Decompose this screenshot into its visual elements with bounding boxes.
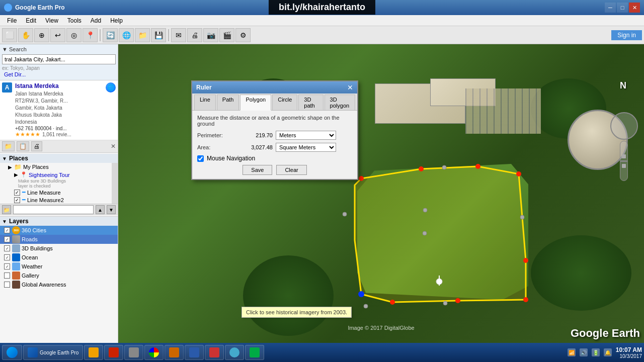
search-section: ▼ Search ex: Tokyo, Japan Get Dir... — [0, 44, 118, 80]
result-title[interactable]: Istana Merdeka — [15, 82, 103, 89]
zoom-slider[interactable] — [620, 141, 628, 181]
menu-help[interactable]: Help — [106, 16, 127, 25]
panel-print-btn[interactable]: 🖨 — [31, 141, 42, 151]
toolbar-btn-11[interactable]: ✉ — [171, 28, 186, 42]
start-button[interactable] — [2, 345, 22, 360]
taskbar-folder-btn[interactable] — [165, 345, 184, 360]
toolbar-btn-5[interactable]: ◎ — [66, 28, 82, 42]
taskbar-filezilla-btn[interactable] — [84, 345, 103, 360]
layer-roads-cb[interactable]: ✓ — [4, 236, 10, 242]
menu-file[interactable]: File — [3, 16, 21, 25]
ruler-area-unit[interactable]: Square Meters — [276, 143, 336, 152]
layer-ocean-cb[interactable]: ✓ — [4, 254, 10, 260]
layer-weather-cb[interactable]: ✓ — [4, 263, 10, 269]
toolbar-btn-6[interactable]: 📍 — [83, 28, 98, 42]
sign-in-button[interactable]: Sign in — [611, 30, 642, 40]
mouse-nav-checkbox[interactable] — [197, 155, 204, 162]
places-search-input[interactable] — [13, 205, 94, 214]
layer-global-cb[interactable] — [4, 282, 10, 288]
layer-weather[interactable]: ✓ Weather — [0, 262, 118, 271]
ruler-tab-circle[interactable]: Circle — [272, 95, 297, 110]
toolbar-btn-4[interactable]: ↩ — [50, 28, 65, 42]
places-header[interactable]: ▼ Places — [0, 154, 118, 163]
toolbar-btn-13[interactable]: 📷 — [203, 28, 218, 42]
layer-3d-cb[interactable]: ✓ — [4, 245, 10, 251]
layer-ocean[interactable]: ✓ Ocean — [0, 253, 118, 262]
toolbar-btn-2[interactable]: ✋ — [18, 28, 33, 42]
ruler-tab-polygon[interactable]: Polygon — [240, 95, 271, 111]
layer-global-icon — [12, 281, 20, 289]
places-scrollbar[interactable] — [112, 163, 118, 204]
ruler-tab-line[interactable]: Line — [194, 95, 216, 110]
line-measure2-checkbox[interactable]: ✓ — [14, 197, 20, 203]
taskbar-ge-btn[interactable]: Google Earth Pro — [23, 345, 83, 360]
ruler-description: Measure the distance or area of a geomet… — [197, 115, 352, 127]
network-icon: 📶 — [568, 348, 576, 356]
toolbar-btn-7[interactable]: 🔄 — [103, 28, 118, 42]
toolbar-btn-3[interactable]: ⊕ — [34, 28, 49, 42]
ruler-tab-3dpolygon[interactable]: 3D polygon — [325, 95, 355, 110]
taskbar-chrome-btn[interactable] — [144, 345, 164, 360]
menu-tools[interactable]: Tools — [63, 16, 86, 25]
close-panel-btn[interactable]: ✕ — [111, 143, 116, 150]
taskbar-greenapp-btn[interactable] — [245, 345, 264, 360]
lawn — [357, 164, 528, 300]
sightseeing-tour-item[interactable]: ▶ 📍 Sightseeing Tour — [0, 171, 112, 178]
toolbar-sep-2 — [168, 29, 169, 41]
ruler-content: Measure the distance or area of a geomet… — [192, 111, 357, 179]
main-layout: ▼ Search ex: Tokyo, Japan Get Dir... A I… — [0, 44, 644, 362]
layer-gallery-cb[interactable] — [4, 273, 10, 279]
panel-new-btn[interactable]: 📋 — [17, 141, 29, 151]
ruler-close-button[interactable]: ✕ — [347, 83, 353, 92]
layers-header[interactable]: ▼ Layers — [0, 217, 118, 226]
historical-imagery-tooltip[interactable]: Click to see historical imagery from 200… — [242, 307, 352, 318]
toolbar-btn-9[interactable]: 📁 — [135, 28, 150, 42]
get-directions-link[interactable]: Get Dir... — [2, 70, 28, 78]
toolbar-btn-1[interactable]: ⬜ — [2, 28, 17, 42]
taskbar-ie-btn[interactable] — [225, 345, 244, 360]
panel-folder-btn[interactable]: 📁 — [2, 141, 15, 151]
navigation-ring[interactable] — [606, 112, 641, 203]
taskbar-ppt-btn[interactable] — [205, 345, 224, 360]
places-up-btn[interactable]: ▲ — [96, 205, 105, 214]
close-button[interactable]: ✕ — [629, 3, 640, 13]
menu-edit[interactable]: Edit — [22, 16, 40, 25]
layer-360cities[interactable]: ✓ 360 360 Cities — [0, 226, 118, 235]
rotation-ring[interactable] — [610, 112, 638, 140]
maximize-button[interactable]: □ — [617, 3, 628, 13]
search-toggle[interactable]: ▼ Search — [2, 46, 27, 52]
taskbar: Google Earth Pro 📶 🔊 🔋 🔔 10:07 AM 10/3/2… — [0, 343, 644, 362]
toolbar-btn-14[interactable]: 🎬 — [219, 28, 234, 42]
taskbar-word-btn[interactable] — [185, 345, 204, 360]
result-phone: +62 761 800004 · ind... — [15, 126, 103, 131]
ruler-tab-path[interactable]: Path — [217, 95, 239, 110]
toolbar-btn-8[interactable]: 🌐 — [119, 28, 134, 42]
map-area[interactable]: N Click to see historical imagery from 2… — [118, 44, 644, 362]
ruler-save-btn[interactable]: Save — [243, 165, 272, 175]
menu-add[interactable]: Add — [87, 16, 105, 25]
layer-gallery[interactable]: Gallery — [0, 271, 118, 280]
my-places-item[interactable]: ▶ 📁 My Places — [0, 163, 112, 171]
line-measure-item[interactable]: ✓ ━ Line Measure — [0, 189, 112, 196]
layer-global-awareness[interactable]: Global Awareness — [0, 280, 118, 289]
layer-360cities-cb[interactable]: ✓ — [4, 227, 10, 233]
line-measure-checkbox[interactable]: ✓ — [14, 190, 20, 196]
ruler-clear-btn[interactable]: Clear — [276, 165, 306, 175]
toolbar-btn-10[interactable]: 💾 — [151, 28, 166, 42]
ruler-perimeter-unit[interactable]: Meters — [276, 131, 336, 140]
menu-view[interactable]: View — [41, 16, 62, 25]
line-measure2-item[interactable]: ✓ ━ Line Measure2 — [0, 196, 112, 204]
toolbar-btn-15[interactable]: ⚙ — [235, 28, 251, 42]
ruler-tab-3dpath[interactable]: 3D path — [298, 95, 323, 110]
minimize-button[interactable]: ─ — [605, 3, 616, 13]
search-input[interactable] — [2, 54, 116, 64]
banner: bit.ly/khairahertanto — [269, 0, 375, 15]
taskbar-acrobat-btn[interactable] — [104, 345, 123, 360]
layer-roads[interactable]: ✓ Roads — [0, 235, 118, 244]
globe-icon[interactable]: 🌐 — [106, 82, 116, 93]
places-down-btn[interactable]: ▼ — [107, 205, 116, 214]
layer-3dbuildings[interactable]: ✓ 3D Buildings — [0, 244, 118, 253]
toolbar-btn-12[interactable]: 🖨 — [187, 28, 202, 42]
taskbar-blank1-btn[interactable] — [124, 345, 143, 360]
volume-icon: 🔊 — [580, 348, 588, 356]
